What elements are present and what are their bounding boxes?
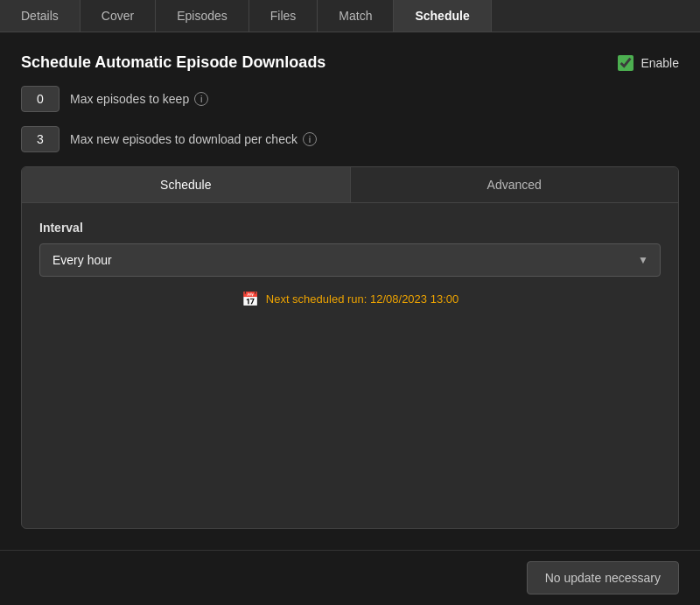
max-episodes-value[interactable]: 0 [21, 86, 60, 112]
schedule-panel: Schedule Advanced Interval Every hour Ev… [21, 166, 679, 529]
interval-select-wrapper: Every hour Every 2 hours Every 6 hours E… [39, 243, 661, 277]
max-episodes-info-icon[interactable]: i [194, 92, 208, 106]
max-new-episodes-row: 3 Max new episodes to download per check… [21, 126, 679, 152]
max-episodes-label: Max episodes to keep i [70, 92, 208, 106]
tab-episodes[interactable]: Episodes [156, 0, 249, 32]
max-new-episodes-info-icon[interactable]: i [303, 132, 317, 146]
max-new-episodes-value[interactable]: 3 [21, 126, 60, 152]
interval-select[interactable]: Every hour Every 2 hours Every 6 hours E… [39, 243, 661, 277]
scheduled-run-row: 📅 Next scheduled run: 12/08/2023 13:00 [39, 291, 661, 307]
tab-files[interactable]: Files [249, 0, 318, 32]
calendar-icon: 📅 [242, 291, 259, 307]
tab-match[interactable]: Match [318, 0, 394, 32]
bottom-bar: No update necessary [0, 550, 700, 605]
header-row: Schedule Automatic Episode Downloads Ena… [21, 53, 679, 72]
tab-details[interactable]: Details [0, 0, 80, 32]
panel-tab-schedule[interactable]: Schedule [22, 167, 351, 202]
enable-checkbox[interactable] [618, 55, 634, 71]
tab-cover[interactable]: Cover [80, 0, 156, 32]
enable-label: Enable [640, 56, 679, 70]
enable-row: Enable [618, 55, 679, 71]
max-episodes-row: 0 Max episodes to keep i [21, 86, 679, 112]
page-title: Schedule Automatic Episode Downloads [21, 53, 326, 72]
panel-tab-advanced[interactable]: Advanced [351, 167, 679, 202]
tab-bar: Details Cover Episodes Files Match Sched… [0, 0, 700, 32]
next-run-text: Next scheduled run: 12/08/2023 13:00 [266, 292, 458, 306]
panel-content: Interval Every hour Every 2 hours Every … [22, 203, 678, 325]
no-update-button[interactable]: No update necessary [527, 561, 679, 594]
main-content: Schedule Automatic Episode Downloads Ena… [0, 32, 700, 550]
interval-label: Interval [39, 221, 661, 235]
panel-tabs: Schedule Advanced [22, 167, 678, 203]
tab-schedule[interactable]: Schedule [394, 0, 491, 32]
max-new-episodes-label: Max new episodes to download per check i [70, 132, 317, 146]
